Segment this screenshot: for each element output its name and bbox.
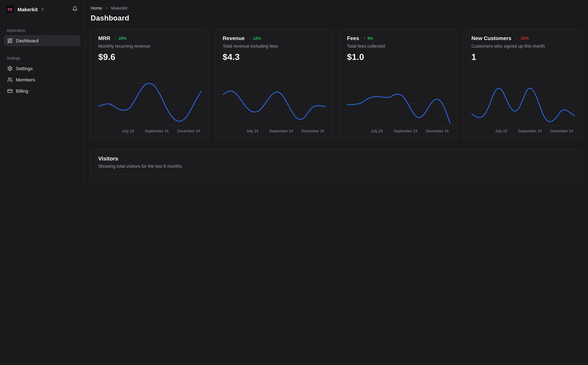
x-tick-label: December 24 bbox=[426, 129, 449, 133]
stat-value: $9.6 bbox=[98, 52, 201, 62]
sidebar-item-label: Billing bbox=[16, 88, 28, 94]
stat-description: Customers who signed up this month bbox=[471, 44, 574, 49]
trend-arrow-icon: ↑ bbox=[249, 36, 251, 41]
users-icon bbox=[7, 77, 13, 82]
trend-badge: ↑9% bbox=[364, 36, 373, 41]
chevron-right-icon bbox=[105, 6, 108, 10]
stat-description: Total revenue including fees bbox=[223, 44, 325, 49]
nav-spacer bbox=[4, 46, 80, 56]
x-tick-label: September 24 bbox=[269, 129, 293, 133]
nav-section-settings: Settings bbox=[4, 56, 80, 60]
visitors-card: Visitors Showing total visitors for the … bbox=[90, 149, 582, 182]
stat-title: New Customers bbox=[471, 35, 512, 41]
trend-arrow-icon: ↑ bbox=[364, 36, 366, 41]
visitors-header: Visitors Showing total visitors for the … bbox=[90, 150, 582, 174]
breadcrumb-home-link[interactable]: Home bbox=[91, 6, 102, 11]
sidebar-item-label: Settings bbox=[16, 66, 33, 71]
breadcrumb-current: Makerkit bbox=[111, 6, 127, 11]
stat-value: $1.0 bbox=[347, 52, 450, 62]
trend-badge: ↑12% bbox=[249, 36, 261, 41]
x-tick-label: September 24 bbox=[518, 129, 542, 133]
trend-arrow-icon: ↑ bbox=[115, 36, 117, 41]
notifications-button[interactable] bbox=[71, 5, 79, 14]
x-tick-label: July 24 bbox=[371, 129, 383, 133]
bell-icon bbox=[72, 6, 78, 12]
x-tick-label: December 24 bbox=[550, 129, 573, 133]
nav-section-application: Application bbox=[4, 28, 80, 32]
main-content: Home Makerkit Dashboard MRR ↑20% Monthly… bbox=[85, 0, 588, 182]
fees-sparkline-chart bbox=[347, 79, 450, 128]
x-tick-label: September 24 bbox=[145, 129, 169, 133]
stat-description: Monthly recurring revenue bbox=[98, 44, 201, 49]
sidebar-item-settings[interactable]: Settings bbox=[4, 63, 80, 74]
sidebar: m Makerkit Application Dashboard bbox=[0, 0, 85, 182]
sidebar-item-label: Members bbox=[16, 77, 35, 82]
layout-dashboard-icon bbox=[7, 38, 13, 43]
workspace-selector[interactable]: m Makerkit bbox=[5, 5, 71, 14]
mrr-sparkline-chart bbox=[98, 79, 201, 128]
revenue-sparkline-chart bbox=[223, 79, 325, 128]
trend-badge: ↓-25% bbox=[516, 36, 529, 41]
stat-cards-row: MRR ↑20% Monthly recurring revenue $9.6 … bbox=[90, 29, 582, 140]
x-tick-label: July 24 bbox=[122, 129, 134, 133]
x-tick-label: September 24 bbox=[394, 129, 417, 133]
stat-value: 1 bbox=[471, 52, 574, 62]
trend-value: -25% bbox=[520, 36, 529, 41]
workspace-name: Makerkit bbox=[18, 7, 38, 12]
x-tick-label: July 24 bbox=[495, 129, 507, 133]
trend-arrow-icon: ↓ bbox=[516, 36, 518, 41]
stat-value: $4.3 bbox=[223, 52, 325, 62]
trend-badge: ↑20% bbox=[115, 36, 126, 41]
chevrons-up-down-icon bbox=[41, 7, 45, 11]
trend-value: 9% bbox=[367, 36, 373, 41]
sidebar-item-billing[interactable]: Billing bbox=[4, 85, 80, 97]
sidebar-item-label: Dashboard bbox=[16, 38, 39, 43]
trend-value: 12% bbox=[253, 36, 261, 41]
stat-title: MRR bbox=[98, 35, 110, 41]
stat-title: Revenue bbox=[223, 35, 245, 41]
stat-description: Total fees collected bbox=[347, 44, 450, 49]
stat-card-fees: Fees ↑9% Total fees collected $1.0 July … bbox=[339, 29, 458, 140]
page-title: Dashboard bbox=[91, 14, 582, 22]
sidebar-item-dashboard[interactable]: Dashboard bbox=[4, 35, 80, 46]
visitors-area-chart bbox=[90, 174, 582, 182]
stat-card-new-customers: New Customers ↓-25% Customers who signed… bbox=[463, 29, 582, 140]
stat-card-mrr: MRR ↑20% Monthly recurring revenue $9.6 … bbox=[90, 29, 209, 140]
sidebar-item-members[interactable]: Members bbox=[4, 74, 80, 85]
trend-value: 20% bbox=[119, 36, 126, 41]
makerkit-logo: m bbox=[5, 5, 14, 14]
new-customers-sparkline-chart bbox=[471, 79, 574, 128]
visitors-title: Visitors bbox=[98, 155, 574, 162]
x-tick-label: December 24 bbox=[302, 129, 324, 133]
gear-icon bbox=[7, 66, 13, 71]
logo-letter: m bbox=[8, 7, 12, 12]
x-tick-label: July 24 bbox=[246, 129, 258, 133]
x-tick-label: December 24 bbox=[177, 129, 200, 133]
breadcrumb: Home Makerkit bbox=[91, 6, 582, 11]
visitors-subtitle: Showing total visitors for the last 6 mo… bbox=[98, 164, 574, 169]
sidebar-header: m Makerkit bbox=[4, 5, 80, 14]
sidebar-nav: Application Dashboard Settings Settings bbox=[4, 28, 80, 97]
stat-card-revenue: Revenue ↑12% Total revenue including fee… bbox=[214, 29, 333, 140]
stat-title: Fees bbox=[347, 35, 359, 41]
app-root: m Makerkit Application Dashboard bbox=[0, 0, 588, 182]
credit-card-icon bbox=[7, 88, 13, 94]
